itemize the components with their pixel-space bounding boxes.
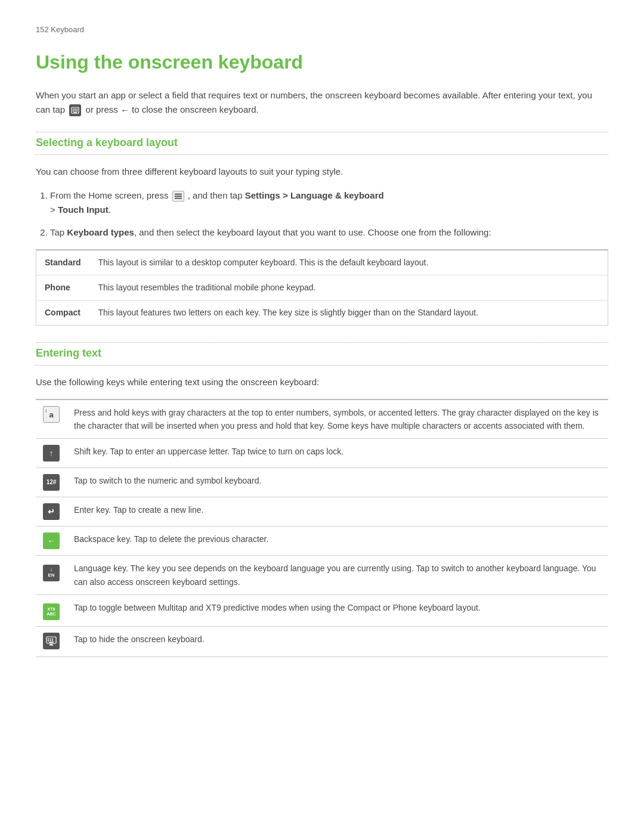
layout-row-phone: Phone This layout resembles the traditio… <box>36 275 608 300</box>
section-heading-keyboard-layout: Selecting a keyboard layout <box>36 135 608 151</box>
svg-rect-14 <box>52 639 53 640</box>
layout-desc-phone: This layout resembles the traditional mo… <box>90 275 608 300</box>
key-enter-desc: Enter key. Tap to create a new line. <box>67 497 608 527</box>
svg-rect-2 <box>75 109 76 110</box>
section-heading-entering-text: Entering text <box>36 345 608 361</box>
key-num-icon: 12# <box>43 474 60 491</box>
key-hide-cell <box>36 627 67 657</box>
section-divider-bottom-1 <box>36 154 608 155</box>
key-row-a: 1 a Press and hold keys with gray charac… <box>36 400 608 439</box>
key-xt9-cell: XT9 ABC <box>36 595 67 627</box>
entering-text-intro: Use the following keys while entering te… <box>36 375 608 389</box>
section-divider-top-2 <box>36 342 608 343</box>
svg-rect-12 <box>48 639 49 640</box>
svg-rect-7 <box>73 112 77 113</box>
page-title: Using the onscreen keyboard <box>36 48 608 76</box>
key-shift-cell: ↑ <box>36 439 67 468</box>
svg-rect-3 <box>76 109 78 110</box>
key-lang-icon: ↓ EN <box>43 565 60 581</box>
key-num-desc: Tap to switch to the numeric and symbol … <box>67 468 608 497</box>
step-2: Tap Keyboard types, and then select the … <box>50 225 608 240</box>
key-row-num: 12# Tap to switch to the numeric and sym… <box>36 468 608 497</box>
key-xt9-icon: XT9 ABC <box>43 603 60 620</box>
key-row-xt9: XT9 ABC Tap to toggle between Multitap a… <box>36 595 608 627</box>
key-lang-cell: ↓ EN <box>36 556 67 595</box>
key-xt9-desc: Tap to toggle between Multitap and XT9 p… <box>67 595 608 627</box>
key-row-enter: ↵ Enter key. Tap to create a new line. <box>36 497 608 527</box>
key-lang-desc: Language key. The key you see depends on… <box>67 556 608 595</box>
svg-rect-17 <box>52 640 53 642</box>
svg-rect-6 <box>76 110 78 112</box>
svg-rect-18 <box>49 642 54 643</box>
svg-rect-16 <box>50 640 51 642</box>
key-backspace-cell: ← <box>36 527 67 556</box>
svg-rect-15 <box>48 640 49 642</box>
layout-desc-compact: This layout features two letters on each… <box>90 300 608 325</box>
layout-row-standard: Standard This layout is similar to a des… <box>36 250 608 275</box>
key-backspace-desc: Backspace key. Tap to delete the previou… <box>67 527 608 556</box>
key-a-icon: 1 a <box>43 406 60 423</box>
svg-rect-4 <box>73 110 74 112</box>
key-a-desc: Press and hold keys with gray characters… <box>67 400 608 439</box>
key-row-lang: ↓ EN Language key. The key you see depen… <box>36 556 608 595</box>
keyboard-icon <box>71 106 79 114</box>
intro-paragraph: When you start an app or select a field … <box>36 88 608 117</box>
layout-desc-standard: This layout is similar to a desktop comp… <box>90 250 608 275</box>
section-divider-top-1 <box>36 132 608 132</box>
section-divider-bottom-2 <box>36 365 608 366</box>
keys-table: 1 a Press and hold keys with gray charac… <box>36 399 608 657</box>
key-row-shift: ↑ Shift key. Tap to enter an uppercase l… <box>36 439 608 468</box>
keyboard-layout-steps: From the Home screen, press , and then t… <box>50 188 608 240</box>
key-hide-desc: Tap to hide the onscreen keyboard. <box>67 627 608 657</box>
layout-row-compact: Compact This layout features two letters… <box>36 300 608 325</box>
key-row-hide: Tap to hide the onscreen keyboard. <box>36 627 608 657</box>
key-row-backspace: ← Backspace key. Tap to delete the previ… <box>36 527 608 556</box>
layout-name-phone: Phone <box>36 275 90 300</box>
svg-rect-1 <box>73 109 74 110</box>
key-num-cell: 12# <box>36 468 67 497</box>
key-shift-desc: Shift key. Tap to enter an uppercase let… <box>67 439 608 468</box>
menu-icon <box>172 191 184 202</box>
keyboard-layout-intro: You can choose from three different keyb… <box>36 165 608 179</box>
layout-name-standard: Standard <box>36 250 90 275</box>
svg-rect-5 <box>75 110 76 112</box>
step-1: From the Home screen, press , and then t… <box>50 188 608 217</box>
key-a-cell: 1 a <box>36 400 67 439</box>
key-backspace-icon: ← <box>43 532 60 549</box>
menu-lines-icon <box>174 193 182 199</box>
key-enter-icon: ↵ <box>43 503 60 520</box>
key-hide-icon <box>43 633 60 649</box>
breadcrumb: 152 Keyboard <box>36 24 608 36</box>
key-enter-cell: ↵ <box>36 497 67 527</box>
key-shift-icon: ↑ <box>43 445 60 462</box>
svg-rect-13 <box>50 639 51 640</box>
layout-name-compact: Compact <box>36 300 90 325</box>
layout-table: Standard This layout is similar to a des… <box>36 249 608 326</box>
